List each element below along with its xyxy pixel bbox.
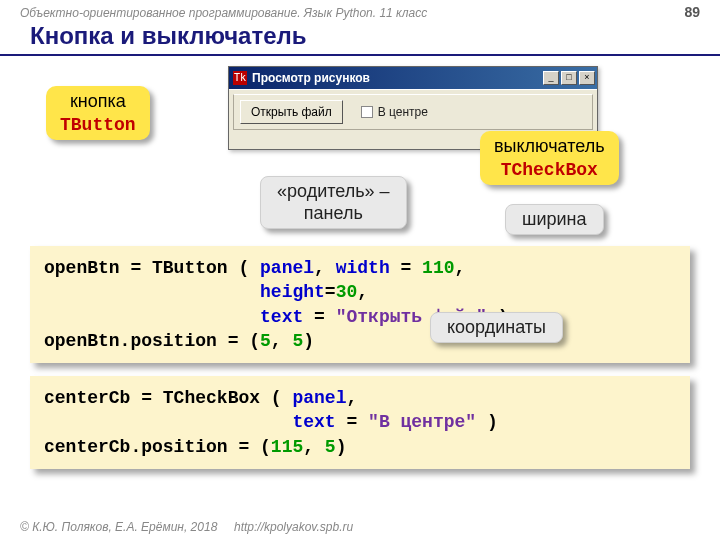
course-name: Объектно-ориентированное программировани…: [20, 6, 427, 20]
center-checkbox[interactable]: В центре: [361, 105, 428, 119]
checkbox-box-icon: [361, 106, 373, 118]
close-button[interactable]: ×: [579, 71, 595, 85]
note-button: кнопка TButton: [46, 86, 150, 140]
footer-link[interactable]: http://kpolyakov.spb.ru: [234, 520, 353, 534]
open-file-label: Открыть файл: [251, 105, 332, 119]
code-block-2: centerCb = TCheckBox ( panel, text = "В …: [30, 376, 690, 469]
footer-copyright: © К.Ю. Поляков, Е.А. Ерёмин, 2018: [20, 520, 217, 534]
callout-width: ширина: [505, 204, 604, 235]
course-header: Объектно-ориентированное программировани…: [0, 0, 720, 22]
note-cb-class: TCheckBox: [501, 160, 598, 180]
page-title: Кнопка и выключатель: [0, 22, 720, 56]
window-title: Просмотр рисунков: [252, 71, 541, 85]
callout-parent: «родитель» – панель: [260, 176, 407, 229]
page-number: 89: [684, 4, 700, 20]
maximize-button[interactable]: □: [561, 71, 577, 85]
note-cb-word: выключатель: [494, 136, 605, 156]
footer: © К.Ю. Поляков, Е.А. Ерёмин, 2018 http:/…: [20, 520, 353, 534]
note-button-class: TButton: [60, 115, 136, 135]
minimize-button[interactable]: _: [543, 71, 559, 85]
note-checkbox: выключатель TCheckBox: [480, 131, 619, 185]
open-file-button[interactable]: Открыть файл: [240, 100, 343, 124]
callout-parent-l1: «родитель» –: [277, 181, 390, 201]
center-checkbox-label: В центре: [378, 105, 428, 119]
window-titlebar: Tk Просмотр рисунков _ □ ×: [229, 67, 597, 89]
window-tk-icon: Tk: [233, 71, 247, 85]
callout-parent-l2: панель: [304, 203, 363, 223]
callout-coordinates: координаты: [430, 312, 563, 343]
note-button-word: кнопка: [70, 91, 126, 111]
code-block-1: openBtn = TButton ( panel, width = 110, …: [30, 246, 690, 363]
content-area: Tk Просмотр рисунков _ □ × Открыть файл …: [0, 56, 720, 486]
window-panel: Открыть файл В центре: [233, 94, 593, 130]
